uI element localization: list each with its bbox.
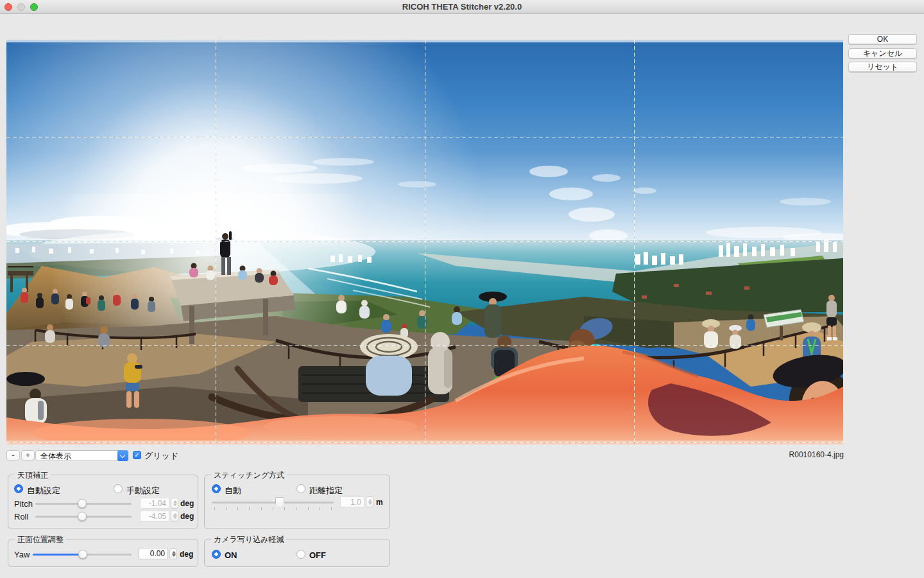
yaw-slider-fill <box>33 554 83 556</box>
zenith-auto-radio[interactable] <box>14 484 23 493</box>
zenith-auto-label[interactable]: 自動設定 <box>27 485 60 496</box>
reset-button[interactable]: リセット <box>848 62 917 72</box>
zenith-manual-radio[interactable] <box>114 484 123 493</box>
filename-label: R0010160-4.jpg <box>706 450 844 459</box>
pitch-value-field: -1.04 <box>140 498 169 509</box>
panorama-preview <box>6 40 843 444</box>
pitch-label: Pitch <box>14 499 33 509</box>
title-bar: RICOH THETA Stitcher v2.20.0 <box>0 0 924 14</box>
roll-label: Roll <box>14 512 28 521</box>
yaw-slider-thumb[interactable] <box>78 550 87 559</box>
roll-unit-label: deg <box>180 512 194 521</box>
stitching-distance-label[interactable]: 距離指定 <box>309 485 343 496</box>
front-position-title: 正面位置調整 <box>15 534 66 545</box>
zenith-manual-label[interactable]: 手動設定 <box>126 485 160 496</box>
stitching-distance-radio[interactable] <box>296 484 305 493</box>
panorama-scene <box>6 40 843 444</box>
yaw-value-field[interactable]: 0.00 <box>139 548 168 559</box>
roll-stepper <box>171 511 178 521</box>
ok-button[interactable]: OK <box>848 34 917 44</box>
distance-slider-track <box>212 502 334 504</box>
yaw-label: Yaw <box>14 550 30 559</box>
distance-value-field: 1.0 <box>340 496 364 507</box>
zoom-level-select[interactable]: 全体表示 <box>35 450 128 461</box>
pitch-slider-thumb <box>78 499 87 508</box>
lens-reduction-off-label[interactable]: OFF <box>309 550 326 560</box>
zoom-in-button[interactable]: + <box>21 450 35 460</box>
lens-reduction-off-radio[interactable] <box>296 550 305 559</box>
roll-slider-thumb <box>78 512 87 521</box>
zoom-level-value: 全体表示 <box>40 451 71 461</box>
window-title: RICOH THETA Stitcher v2.20.0 <box>0 0 924 14</box>
stitching-method-title: スティッチング方式 <box>211 470 287 481</box>
yaw-stepper[interactable] <box>169 548 177 559</box>
pitch-stepper <box>171 498 178 509</box>
lens-reduction-title: カメラ写り込み軽減 <box>211 534 286 545</box>
pitch-unit-label: deg <box>180 499 194 508</box>
yaw-unit-label: deg <box>180 550 193 559</box>
stitching-auto-label[interactable]: 自動 <box>225 485 241 496</box>
zenith-correction-title: 天頂補正 <box>15 470 51 481</box>
roll-value-field: -4.05 <box>140 511 169 521</box>
chevron-down-icon <box>117 450 128 461</box>
zoom-out-button[interactable]: - <box>6 450 20 460</box>
distance-stepper <box>366 496 373 507</box>
lens-reduction-on-radio[interactable] <box>212 550 221 559</box>
stitching-auto-radio[interactable] <box>212 484 221 493</box>
cancel-button[interactable]: キャンセル <box>848 48 917 58</box>
grid-checkbox-label[interactable]: グリッド <box>144 450 178 462</box>
grid-checkbox[interactable]: ✓ <box>133 451 141 459</box>
lens-reduction-on-label[interactable]: ON <box>225 550 237 560</box>
zenith-correction-group: 天頂補正 <box>8 475 198 529</box>
distance-unit-label: m <box>376 498 383 507</box>
